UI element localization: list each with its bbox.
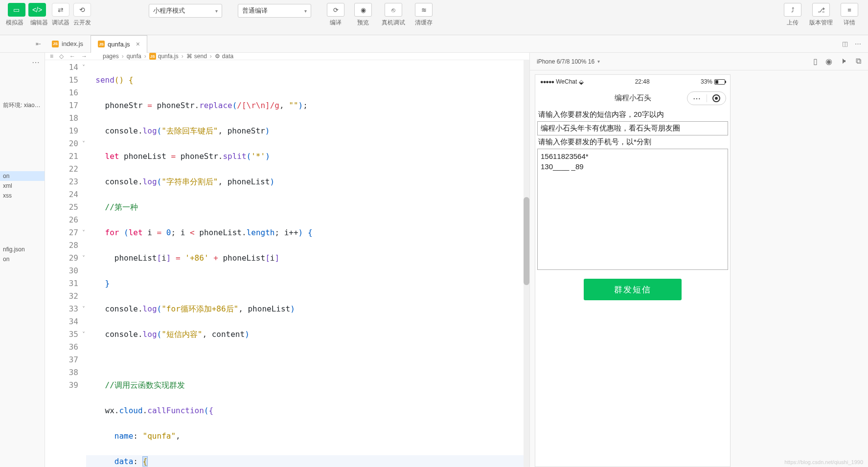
sim-mute-icon[interactable]: 🕨 xyxy=(840,57,848,66)
crumb-qunfa[interactable]: qunfa xyxy=(127,53,141,60)
explorer-file[interactable]: on xyxy=(0,171,45,181)
upload-label: 上传 xyxy=(787,19,799,27)
simulator-button[interactable]: ▭ xyxy=(8,3,25,17)
mode-select-value: 小程序模式 xyxy=(153,6,185,15)
version-label: 版本管理 xyxy=(809,19,833,27)
field-icon: ⚙ xyxy=(215,53,220,60)
code-content[interactable]: send() { phoneStr = phoneStr.replace(/[\… xyxy=(86,60,529,467)
line-gutter: 141516171819 202122232425 262728293031 3… xyxy=(45,60,86,467)
breadcrumb: ≡ ◇ ← → pages › qunfa › JSqunfa.js › ⌘se… xyxy=(45,53,529,60)
sms-content-label: 请输入你要群发的短信内容，20字以内 xyxy=(537,109,728,120)
simulator-panel: iPhone 6/7/8 100% 16▾ ▯ ◉ 🕨 ⧉ ●●●●● WeCh… xyxy=(529,53,868,467)
more-actions-icon[interactable]: ⋯ xyxy=(855,40,861,47)
phone-frame: ●●●●● WeChat ⬙ 22:48 33% 编程小石头 xyxy=(535,74,731,467)
collapse-explorer-icon[interactable]: ⇤ xyxy=(36,40,41,47)
crumb-pages[interactable]: pages xyxy=(103,53,119,60)
js-file-icon: JS xyxy=(98,41,105,47)
clear-cache-button[interactable]: ≋ xyxy=(415,3,433,17)
tab-label: index.js xyxy=(62,40,83,47)
capsule-button: ⋯ xyxy=(687,91,726,105)
phone-page-content: 请输入你要群发的短信内容，20字以内 编程小石头年卡有优惠啦，看石头哥朋友圈 请… xyxy=(535,107,730,302)
real-device-button[interactable]: ⎋ xyxy=(385,3,402,17)
preview-button[interactable]: ◉ xyxy=(354,3,372,17)
caret-down-icon: ▾ xyxy=(304,8,307,14)
crumb-file[interactable]: JSqunfa.js xyxy=(149,53,179,60)
simulator-toolbar: iPhone 6/7/8 100% 16▾ ▯ ◉ 🕨 ⧉ xyxy=(530,53,868,70)
debugger-label: 调试器 xyxy=(52,19,69,27)
compile-label: 编译 xyxy=(330,19,342,27)
crumb-send[interactable]: ⌘send xyxy=(186,53,207,60)
preview-label: 预览 xyxy=(357,19,369,27)
explorer-file[interactable]: xss xyxy=(0,191,45,200)
debugger-button[interactable]: ⇄ xyxy=(52,3,69,17)
detail-button[interactable]: ≡ xyxy=(841,3,858,17)
simulator-label: 模拟器 xyxy=(6,19,23,27)
sim-phone-icon[interactable]: ▯ xyxy=(813,57,818,66)
editor-scrollbar[interactable] xyxy=(524,60,529,467)
phone-nav-bar: 编程小石头 ⋯ xyxy=(535,89,730,107)
clock-label: 22:48 xyxy=(635,78,650,85)
split-editor-icon[interactable]: ◫ xyxy=(842,40,848,47)
battery-label: 33% xyxy=(701,78,712,85)
cloud-dev-label: 云开发 xyxy=(73,19,91,27)
file-explorer: ⋯ 前环境: xiaos... on xml xss nfig.json on xyxy=(0,53,45,467)
explorer-file[interactable]: on xyxy=(0,254,45,264)
phone-list-textarea[interactable]: 15611823564* 130____ _89 xyxy=(537,149,728,270)
editor-label: 编辑器 xyxy=(30,19,48,27)
upload-button[interactable]: ⤴ xyxy=(784,3,801,17)
tab-qunfa-js[interactable]: JS qunfa.js × xyxy=(91,35,147,53)
sms-content-input[interactable]: 编程小石头年卡有优惠啦，看石头哥朋友圈 xyxy=(537,121,728,135)
phone-status-bar: ●●●●● WeChat ⬙ 22:48 33% xyxy=(535,75,730,89)
signal-icon: ●●●●● xyxy=(540,79,554,85)
send-mass-sms-button[interactable]: 群发短信 xyxy=(584,279,682,300)
capsule-menu-icon[interactable]: ⋯ xyxy=(687,94,707,103)
method-icon: ⌘ xyxy=(186,53,192,60)
js-file-icon: JS xyxy=(149,53,156,60)
explorer-more-icon[interactable]: ⋯ xyxy=(0,56,45,69)
close-tab-icon[interactable]: × xyxy=(136,40,140,48)
caret-down-icon: ▾ xyxy=(597,59,600,64)
device-selector[interactable]: iPhone 6/7/8 100% 16▾ xyxy=(537,58,600,65)
main-toolbar: ▭ </> 模拟器 编辑器 ⇄ 调试器 ⟲ 云开发 小程序模式 ▾ xyxy=(0,0,868,35)
scrollbar-thumb[interactable] xyxy=(524,197,529,285)
crumb-back-icon[interactable]: ← xyxy=(69,53,75,60)
js-file-icon: JS xyxy=(52,41,59,47)
explorer-file[interactable]: nfig.json xyxy=(0,245,45,254)
code-editor[interactable]: 141516171819 202122232425 262728293031 3… xyxy=(45,60,529,467)
crumb-bookmark-icon[interactable]: ◇ xyxy=(59,53,64,60)
caret-down-icon: ▾ xyxy=(215,8,218,14)
compile-button[interactable]: ⟳ xyxy=(327,3,344,17)
compile-select-value: 普通编译 xyxy=(242,6,268,15)
sim-record-icon[interactable]: ◉ xyxy=(825,57,832,66)
watermark: https://blog.csdn.net/qiushi_1990 xyxy=(784,459,863,465)
detail-label: 详情 xyxy=(844,19,855,27)
carrier-label: WeChat xyxy=(556,78,577,85)
cloud-dev-button[interactable]: ⟲ xyxy=(73,3,91,17)
mode-select[interactable]: 小程序模式 ▾ xyxy=(149,4,222,18)
capsule-close-icon[interactable] xyxy=(707,94,726,102)
clear-cache-label: 清缓存 xyxy=(415,19,433,27)
crumb-fwd-icon[interactable]: → xyxy=(81,53,87,60)
cloud-env-label: 前环境: xiaos... xyxy=(0,98,45,112)
explorer-file[interactable]: xml xyxy=(0,181,45,191)
phone-list-label: 请输入你要群发的手机号，以*分割 xyxy=(537,136,728,148)
crumb-list-icon[interactable]: ≡ xyxy=(50,53,53,60)
version-button[interactable]: ⎇ xyxy=(812,3,830,17)
page-title: 编程小石头 xyxy=(615,93,651,103)
crumb-data[interactable]: ⚙data xyxy=(215,53,233,60)
editor-tabs-bar: ⇤ JS index.js JS qunfa.js × ◫ ⋯ xyxy=(0,35,868,53)
compile-select[interactable]: 普通编译 ▾ xyxy=(238,4,311,18)
sim-popout-icon[interactable]: ⧉ xyxy=(856,57,861,66)
battery-icon xyxy=(714,79,725,85)
tab-index-js[interactable]: JS index.js xyxy=(45,35,91,53)
real-device-label: 真机调试 xyxy=(382,19,405,27)
editor-button[interactable]: </> xyxy=(28,3,46,17)
tab-label: qunfa.js xyxy=(108,41,130,48)
wifi-icon: ⬙ xyxy=(579,78,584,86)
